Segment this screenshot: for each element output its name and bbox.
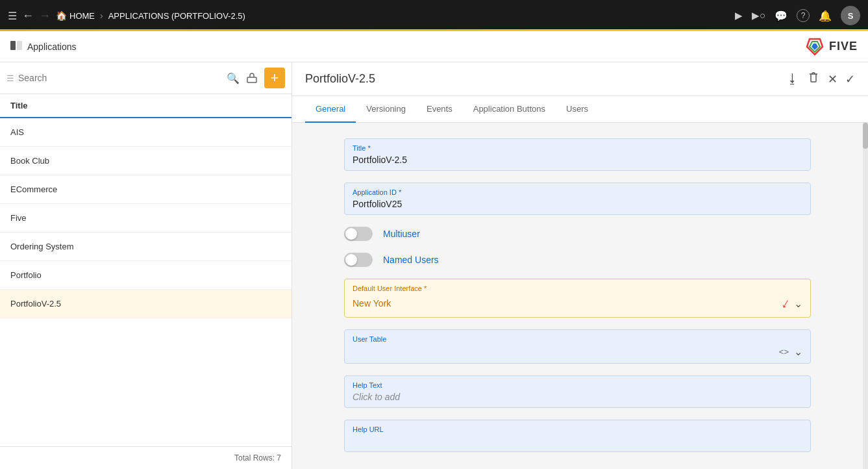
five-logo-icon (804, 38, 825, 56)
help-url-input[interactable] (353, 436, 802, 446)
home-label[interactable]: HOME (69, 11, 95, 21)
chat-icon[interactable]: 💬 (775, 10, 787, 22)
default-ui-input[interactable] (353, 298, 782, 309)
list-item-active[interactable]: PortfolioV-2.5 (0, 290, 291, 318)
list-item[interactable]: Five (0, 204, 291, 233)
user-table-input[interactable] (353, 347, 779, 357)
sidebar-list: AIS Book Club ECommerce Five Ordering Sy… (0, 118, 291, 446)
scrollbar-thumb[interactable] (863, 123, 868, 149)
play-icon[interactable]: ▶ (735, 10, 743, 21)
sidebar-search-bar: ☰ 🔍 + (0, 62, 291, 94)
list-item[interactable]: Ordering System (0, 233, 291, 261)
content-title: PortfolioV-2.5 (305, 72, 375, 86)
svg-rect-1 (17, 41, 22, 50)
tab-versioning[interactable]: Versioning (356, 96, 416, 123)
breadcrumb-text: APPLICATIONS (PORTFOLIOV-2.5) (108, 11, 245, 21)
avatar[interactable]: S (841, 6, 860, 25)
help-icon[interactable]: ? (797, 9, 810, 22)
sidebar: ☰ 🔍 + Title AIS Book Club ECommerce Five (0, 62, 292, 469)
dropdown-chevron-icon[interactable]: ⌄ (794, 298, 802, 310)
default-ui-field-group: Default User Interface * ↑ ⌄ (344, 279, 811, 318)
export-button[interactable] (243, 70, 260, 86)
sidebar-toggle-icon[interactable] (10, 40, 22, 53)
confirm-icon[interactable]: ✓ (845, 72, 855, 86)
default-ui-field[interactable]: Default User Interface * ↑ ⌄ (344, 279, 811, 318)
content-area: PortfolioV-2.5 ⭳ ✕ ✓ General Versioning … (292, 62, 868, 469)
user-table-field[interactable]: User Table <> ⌄ (344, 329, 811, 364)
tab-general[interactable]: General (305, 96, 356, 123)
home-nav[interactable]: 🏠 HOME (56, 10, 95, 21)
list-item[interactable]: ECommerce (0, 175, 291, 204)
dropdown-chevron-icon[interactable]: ⌄ (794, 346, 802, 358)
hamburger-icon[interactable]: ☰ (8, 10, 17, 22)
form-content: Title * Application ID * Mul (292, 123, 863, 469)
forward-button[interactable]: → (39, 9, 51, 23)
app-id-input[interactable] (353, 199, 802, 209)
multiuser-toggle[interactable] (344, 227, 373, 241)
sidebar-footer: Total Rows: 7 (0, 446, 291, 469)
list-item[interactable]: Book Club (0, 147, 291, 175)
tab-events[interactable]: Events (416, 96, 463, 123)
help-text-label: Help Text (353, 381, 802, 389)
add-button[interactable]: + (264, 68, 285, 88)
multiuser-row: Multiuser (344, 227, 811, 241)
search-input[interactable] (18, 73, 223, 83)
sidebar-column-header: Title (0, 94, 291, 118)
back-button[interactable]: ← (22, 9, 34, 23)
toggle-knob (345, 254, 357, 266)
named-users-label: Named Users (383, 255, 439, 265)
list-item[interactable]: AIS (0, 118, 291, 147)
multiuser-label: Multiuser (383, 229, 420, 239)
sub-header-title: Applications (27, 42, 77, 52)
delete-icon[interactable] (807, 71, 820, 87)
app-id-field-group: Application ID * (344, 183, 811, 215)
default-ui-label: Default User Interface * (353, 285, 802, 292)
scrollbar[interactable] (863, 123, 868, 469)
breadcrumb-separator: › (100, 10, 103, 21)
title-field-group: Title * (344, 138, 811, 171)
named-users-row: Named Users (344, 253, 811, 267)
bell-icon[interactable]: 🔔 (819, 10, 832, 22)
navbar: ☰ ← → 🏠 HOME › APPLICATIONS (PORTFOLIOV-… (0, 0, 868, 31)
media-icon[interactable]: ▶○ (752, 10, 765, 21)
user-table-label: User Table (353, 335, 802, 343)
app-id-label: Application ID * (353, 188, 802, 196)
user-table-field-group: User Table <> ⌄ (344, 329, 811, 364)
help-url-field-group: Help URL (344, 420, 811, 452)
help-text-input[interactable] (353, 392, 802, 402)
tab-users[interactable]: Users (556, 96, 599, 123)
help-url-label: Help URL (353, 425, 802, 433)
filter-icon[interactable]: ☰ (6, 73, 14, 83)
five-logo: FIVE (804, 38, 858, 56)
download-icon[interactable]: ⭳ (786, 71, 799, 86)
svg-rect-5 (247, 77, 256, 82)
help-url-field[interactable]: Help URL (344, 420, 811, 452)
navbar-accent-bar (0, 29, 868, 31)
list-item[interactable]: Portfolio (0, 261, 291, 290)
home-icon: 🏠 (56, 10, 67, 21)
named-users-toggle[interactable] (344, 253, 373, 267)
search-icon[interactable]: 🔍 (227, 72, 240, 84)
content-actions: ⭳ ✕ ✓ (786, 71, 855, 87)
tabs-bar: General Versioning Events Application Bu… (292, 96, 868, 123)
code-icon[interactable]: <> (779, 347, 789, 357)
svg-rect-0 (10, 41, 16, 50)
tab-application-buttons[interactable]: Application Buttons (463, 96, 556, 123)
sub-header: Applications FIVE (0, 31, 868, 62)
help-text-field[interactable]: Help Text (344, 375, 811, 408)
title-label: Title * (353, 144, 802, 152)
help-text-field-group: Help Text (344, 375, 811, 408)
title-input[interactable] (353, 155, 802, 165)
five-logo-text: FIVE (829, 40, 858, 53)
close-icon[interactable]: ✕ (828, 72, 837, 86)
main-layout: ☰ 🔍 + Title AIS Book Club ECommerce Five (0, 62, 868, 469)
toggle-knob (345, 228, 357, 240)
title-field[interactable]: Title * (344, 138, 811, 171)
content-header: PortfolioV-2.5 ⭳ ✕ ✓ (292, 62, 868, 96)
app-id-field[interactable]: Application ID * (344, 183, 811, 215)
